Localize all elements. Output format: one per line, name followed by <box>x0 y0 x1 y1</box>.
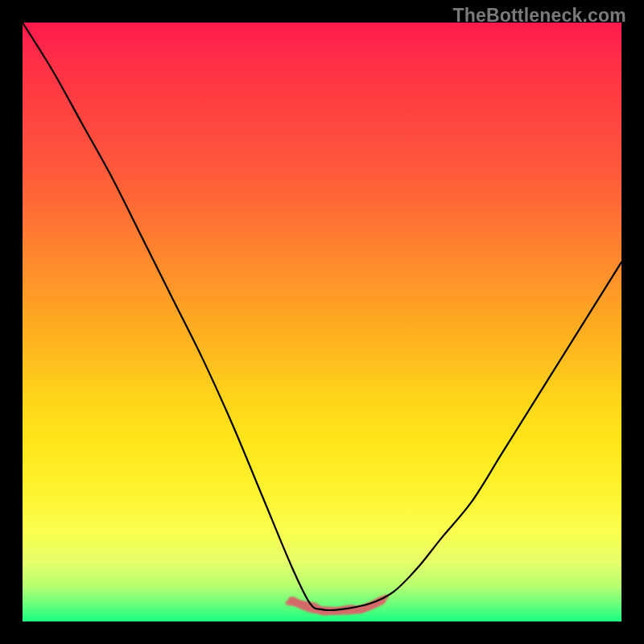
chart-svg <box>23 23 621 621</box>
chart-plot-area <box>23 23 621 621</box>
chart-frame: TheBottleneck.com <box>0 0 644 644</box>
bottleneck-curve <box>23 23 621 610</box>
